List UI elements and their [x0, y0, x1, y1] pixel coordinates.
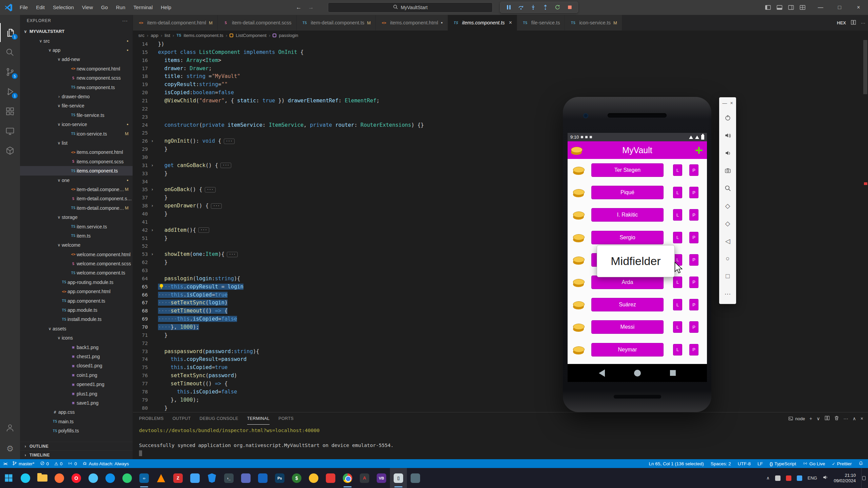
menu-edit[interactable]: Edit	[32, 0, 49, 15]
menu-run[interactable]: Run	[112, 0, 130, 15]
tree-item[interactable]: ∨add-new	[20, 55, 133, 64]
nav-forward-icon[interactable]: →	[306, 0, 316, 15]
fold-chevron-icon[interactable]: ›	[148, 139, 157, 143]
code-line[interactable]: 15export class ListComponent implements …	[133, 48, 868, 56]
code-line[interactable]: 20 isCopied:boolean=false	[133, 88, 868, 97]
tree-item[interactable]: <>app.component.html	[20, 287, 133, 296]
folded-code-ellipsis[interactable]: ···	[227, 252, 238, 257]
minimize-icon[interactable]: —	[722, 100, 727, 106]
toggle-sidebar-icon[interactable]	[764, 3, 772, 12]
more-actions-icon[interactable]: ···	[861, 20, 865, 25]
tab-items.component.ts[interactable]: TSitems.component.ts×	[448, 15, 517, 30]
tree-item[interactable]: ∨app●	[20, 45, 133, 55]
player-name-button[interactable]: Neymar	[591, 343, 664, 357]
status-error[interactable]: 0	[40, 461, 49, 467]
tree-item[interactable]: TSmain.ts	[20, 417, 133, 426]
code-line[interactable]: 62 }	[133, 258, 868, 266]
kill-terminal-icon[interactable]	[834, 415, 839, 422]
taskbar-app-icon[interactable]	[322, 468, 339, 488]
tree-item[interactable]: #app.css	[20, 408, 133, 417]
toggle-panel-icon[interactable]	[775, 3, 784, 12]
taskbar-app-icon[interactable]	[119, 468, 136, 488]
window-close-button[interactable]: ×	[849, 0, 868, 15]
tree-item[interactable]: <>welcome.component.html	[20, 250, 133, 259]
breadcrumb-item[interactable]: ListComponent	[236, 33, 267, 38]
copy-password-button[interactable]: P	[689, 344, 698, 355]
copy-login-button[interactable]: L	[673, 344, 682, 355]
menu-file[interactable]: File	[16, 0, 32, 15]
hex-editor-action[interactable]: HEX	[837, 20, 846, 25]
tree-item[interactable]: Sitems.component.scss	[20, 157, 133, 166]
code-line[interactable]: 67····setTextSync(login)	[133, 299, 868, 307]
taskbar-app-icon[interactable]	[153, 468, 170, 488]
menu-help[interactable]: Help	[157, 0, 175, 15]
code-line[interactable]: 72	[133, 339, 868, 347]
panel-tab-ports[interactable]: PORTS	[278, 412, 294, 425]
tree-item[interactable]: ∨one●	[20, 176, 133, 185]
status-warning[interactable]: ⚠0	[54, 461, 62, 466]
code-line[interactable]: 18 title: string ="MyVault"	[133, 72, 868, 80]
fold-chevron-icon[interactable]: ›	[148, 252, 157, 257]
tree-item[interactable]: ▣coin1.png	[20, 370, 133, 380]
nav-back-icon[interactable]: ←	[294, 0, 304, 15]
rotate-left-icon[interactable]: ◇	[720, 197, 735, 215]
tree-item[interactable]: TSicon-service.tsM	[20, 129, 133, 138]
code-line[interactable]: 80 }	[133, 404, 868, 412]
code-line[interactable]: 25	[133, 129, 868, 137]
tree-item[interactable]: <>new.component.html	[20, 64, 133, 73]
taskbar-app-icon[interactable]	[85, 468, 102, 488]
toggle-secondary-sidebar-icon[interactable]	[787, 3, 795, 12]
tree-item[interactable]: ∨icons	[20, 333, 133, 343]
taskbar-app-icon[interactable]	[203, 468, 220, 488]
breadcrumb-item[interactable]: src	[138, 33, 144, 38]
code-line[interactable]: 51 }	[133, 234, 868, 242]
lightbulb-icon[interactable]	[159, 284, 164, 290]
player-name-button[interactable]: Ter Stegen	[591, 163, 664, 177]
account-icon[interactable]	[0, 418, 20, 437]
tree-item[interactable]: ▣opened1.png	[20, 380, 133, 389]
android-back-button[interactable]	[599, 369, 605, 377]
volume-up-icon[interactable]	[720, 126, 735, 144]
tree-item[interactable]: ∨file-service	[20, 101, 133, 110]
terminal-shell-chip[interactable]: node	[788, 416, 805, 421]
volume-down-icon[interactable]	[720, 144, 735, 162]
code-line[interactable]: 71 }	[133, 331, 868, 339]
power-icon[interactable]	[720, 109, 735, 126]
status-spaces[interactable]: Spaces: 2	[711, 461, 731, 466]
breadcrumb-item[interactable]: app	[151, 33, 159, 38]
tab-file-service.ts[interactable]: TSfile-service.ts	[517, 15, 565, 30]
copy-login-button[interactable]: L	[673, 187, 682, 198]
taskbar-app-icon[interactable]	[254, 468, 271, 488]
code-line[interactable]: 37 }	[133, 194, 868, 202]
restart-icon[interactable]	[552, 3, 563, 12]
remote-explorer-icon[interactable]	[0, 121, 20, 140]
tree-item[interactable]: ∨src●	[20, 36, 133, 45]
code-line[interactable]: 52	[133, 242, 868, 250]
taskbar-clock[interactable]: 21:1009/02/2024	[834, 473, 856, 484]
tree-item[interactable]: TSpolyfills.ts	[20, 426, 133, 435]
editor-scrollbar[interactable]	[863, 40, 867, 94]
stop-icon[interactable]	[564, 3, 575, 12]
files-icon[interactable]: 1	[0, 23, 20, 42]
zoom-icon[interactable]	[720, 179, 735, 197]
status-utf8[interactable]: UTF-8	[738, 461, 751, 466]
code-line[interactable]: 69······this.isCopied=false	[133, 315, 868, 323]
status-remote[interactable]: ><	[3, 461, 7, 466]
code-line[interactable]: 29 }	[133, 145, 868, 153]
tray-app-icon[interactable]	[797, 475, 802, 481]
taskbar-app-icon[interactable]: VB	[373, 468, 390, 488]
copy-password-button[interactable]: P	[689, 187, 698, 198]
folded-code-ellipsis[interactable]: ···	[224, 139, 235, 144]
code-line[interactable]: 34	[133, 178, 868, 186]
code-line[interactable]: 35› onGoBack() {···	[133, 185, 868, 194]
player-name-button[interactable]: Piqué	[591, 186, 664, 199]
breadcrumb-item[interactable]: passlogin	[279, 33, 298, 38]
code-line[interactable]: 65····this.copyResult = login	[133, 283, 868, 291]
tray-cloud-icon[interactable]	[775, 475, 781, 481]
screenshot-icon[interactable]	[720, 162, 735, 179]
code-line[interactable]: 77 setTimeout(() => {	[133, 380, 868, 388]
project-root-row[interactable]: ∨ MYVAULTSTART	[20, 26, 133, 36]
hidden-icons-chevron-icon[interactable]: ∧	[766, 475, 770, 481]
tree-item[interactable]: ∨welcome	[20, 241, 133, 250]
tree-item[interactable]: TSapp.module.ts	[20, 305, 133, 314]
